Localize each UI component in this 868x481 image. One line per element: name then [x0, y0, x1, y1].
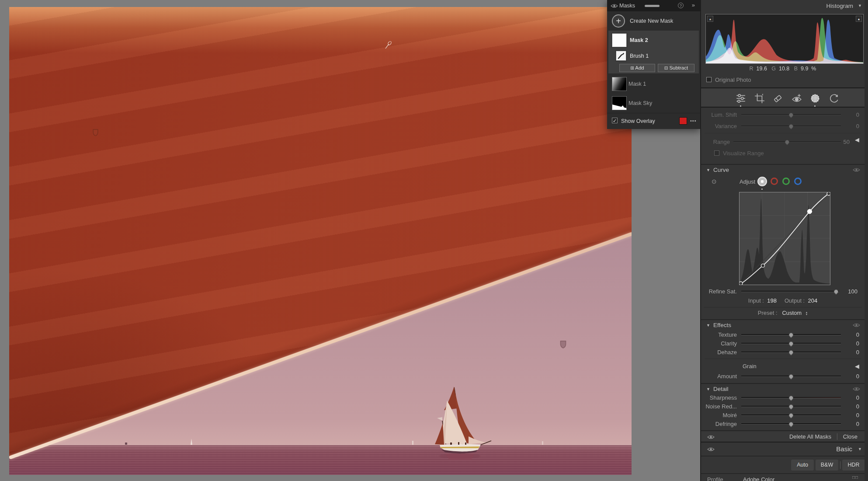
- hdr-button[interactable]: HDR: [842, 460, 865, 471]
- slider-track[interactable]: [741, 125, 841, 127]
- slider-label: Defringe: [705, 421, 737, 427]
- create-new-mask-button[interactable]: + Create New Mask: [607, 13, 700, 30]
- mask-thumbnail[interactable]: [612, 96, 627, 110]
- help-icon[interactable]: ?: [678, 3, 684, 8]
- slider-thumb[interactable]: [788, 373, 794, 380]
- curve-eye-icon[interactable]: [853, 167, 860, 172]
- local-adjust-section: Lum. Shift 0 Variance 0 Range 50 Visuali…: [701, 108, 865, 163]
- distant-boat: [125, 443, 127, 445]
- slider-track[interactable]: [741, 376, 841, 377]
- slider-thumb[interactable]: [788, 349, 794, 356]
- adjust-sliders-icon[interactable]: [736, 93, 746, 104]
- mask-pin[interactable]: [92, 129, 99, 136]
- mask-pin[interactable]: [559, 340, 567, 349]
- mask-label: Mask 1: [628, 81, 646, 87]
- tone-curve-graph[interactable]: [739, 192, 830, 285]
- slider-thumb[interactable]: [788, 341, 794, 347]
- heal-icon[interactable]: [773, 93, 783, 104]
- slider-track[interactable]: [741, 423, 841, 425]
- slider-value: 50: [838, 139, 850, 145]
- slider-thumb[interactable]: [788, 332, 794, 338]
- slider-thumb[interactable]: [833, 289, 839, 295]
- grain-panel-arrow-icon[interactable]: ◀: [855, 363, 859, 369]
- curve-collapse-icon[interactable]: ▼: [706, 168, 710, 172]
- collapse-panel-icon[interactable]: »: [692, 2, 695, 8]
- drag-handle[interactable]: [645, 5, 660, 7]
- masking-icon[interactable]: [810, 93, 820, 104]
- slider-track[interactable]: [741, 114, 841, 115]
- slider-thumb[interactable]: [788, 123, 794, 129]
- subtract-button[interactable]: ⊟ Subtract: [658, 64, 694, 72]
- detail-collapse-icon[interactable]: ▼: [706, 387, 710, 391]
- add-button[interactable]: ⊞ Add: [619, 64, 655, 72]
- slider-track[interactable]: [741, 406, 841, 407]
- slider-label: Noise Red...: [705, 403, 737, 410]
- original-photo-checkbox[interactable]: [706, 77, 712, 82]
- slider-thumb[interactable]: [788, 404, 794, 410]
- crop-icon[interactable]: [754, 93, 765, 104]
- panel-scrollbar[interactable]: [865, 0, 868, 481]
- delete-all-masks-button[interactable]: Delete All Masks: [789, 433, 831, 440]
- masks-panel-header[interactable]: Masks ? »: [607, 0, 700, 11]
- profile-label: Profile: [707, 476, 723, 481]
- effects-eye-icon[interactable]: [853, 323, 860, 328]
- slider-track[interactable]: [741, 415, 841, 416]
- auto-button[interactable]: Auto: [791, 460, 814, 471]
- mask-thumbnail[interactable]: [612, 33, 627, 47]
- slider-thumb[interactable]: [788, 421, 794, 427]
- slider-track[interactable]: [741, 343, 841, 344]
- panel-end-arrow-icon[interactable]: ◀: [855, 136, 859, 143]
- curve-channel-red[interactable]: [771, 178, 778, 185]
- slider-thumb[interactable]: [788, 395, 794, 401]
- targeted-adjustment-icon[interactable]: ⊙: [712, 178, 717, 185]
- masks-panel: Masks ? » + Create New Mask Mask 2 Brush…: [607, 0, 700, 129]
- profile-grid-icon[interactable]: □□: [852, 475, 858, 480]
- shadow-clipping-icon[interactable]: ▲: [707, 16, 713, 22]
- slider-range: Range 50: [705, 138, 865, 145]
- eye-icon[interactable]: [611, 3, 618, 8]
- preset-value[interactable]: Custom: [782, 310, 802, 316]
- mask-thumbnail[interactable]: [612, 77, 627, 91]
- basic-collapse-icon[interactable]: ▼: [858, 447, 862, 451]
- photo-canvas[interactable]: [9, 7, 632, 475]
- slider-thumb[interactable]: [788, 412, 794, 418]
- slider-label: Moiré: [705, 412, 737, 418]
- curve-channel-green[interactable]: [782, 178, 790, 185]
- curve-channel-blue[interactable]: [794, 178, 802, 185]
- slider-value: 0: [844, 349, 859, 356]
- slider-label: Amount: [705, 373, 737, 380]
- effects-collapse-icon[interactable]: ▼: [706, 323, 710, 328]
- bw-button[interactable]: B&W: [816, 460, 838, 471]
- histogram-graph[interactable]: ▲ ▲: [705, 14, 864, 64]
- right-panel-column: Histogram ▼ ▲ ▲ R 19.6 G 10.8 B 9.9 % Or…: [700, 0, 868, 481]
- overlay-color-swatch[interactable]: [679, 117, 687, 125]
- lens-blur-icon[interactable]: [829, 93, 839, 104]
- preset-popup-icon[interactable]: ▲▼: [806, 311, 808, 316]
- detail-eye-icon[interactable]: [853, 387, 860, 391]
- footer-eye-icon[interactable]: [707, 435, 715, 439]
- visualize-range-checkbox[interactable]: [714, 150, 719, 156]
- curve-preset-row[interactable]: Preset : Custom ▲▼: [701, 310, 865, 316]
- profile-value[interactable]: Adobe Color: [743, 476, 774, 481]
- slider-track[interactable]: [741, 291, 839, 292]
- slider-refine-sat: Refine Sat. 100: [705, 288, 865, 295]
- slider-track[interactable]: [741, 397, 841, 398]
- red-eye-icon[interactable]: [792, 93, 802, 104]
- show-overlay-checkbox[interactable]: ✓: [612, 118, 618, 123]
- grain-label: Grain: [743, 363, 757, 369]
- slider-thumb[interactable]: [788, 112, 794, 118]
- brush-thumbnail[interactable]: [616, 51, 626, 61]
- slider-track[interactable]: [733, 141, 841, 143]
- highlight-clipping-icon[interactable]: ▲: [856, 16, 862, 22]
- slider-thumb[interactable]: [784, 139, 790, 145]
- curve-channel-all[interactable]: [757, 177, 767, 186]
- slider-label: Sharpness: [705, 394, 737, 401]
- close-button[interactable]: Close: [843, 433, 858, 440]
- slider-track[interactable]: [741, 334, 841, 335]
- slider-value: 0: [844, 331, 859, 338]
- slider-track[interactable]: [741, 352, 841, 353]
- histogram-collapse-icon[interactable]: ▼: [858, 3, 862, 8]
- overlay-options-icon[interactable]: •••: [690, 118, 697, 123]
- basic-eye-icon[interactable]: [707, 447, 715, 452]
- slider-defringe: Defringe 0: [705, 420, 865, 427]
